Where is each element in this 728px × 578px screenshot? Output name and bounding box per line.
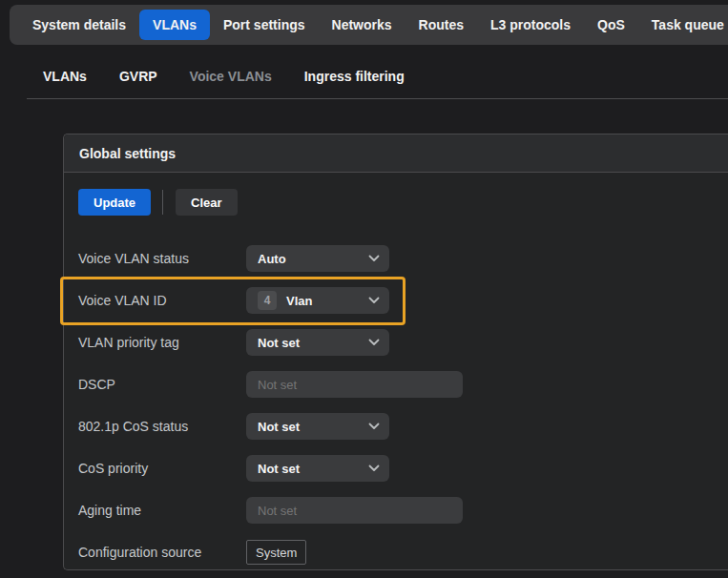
voice-vlan-status-label: Voice VLAN status [78, 251, 246, 266]
tab-networks[interactable]: Networks [319, 10, 406, 40]
cos-status-value: Not set [258, 420, 368, 434]
voice-vlan-status-value: Auto [258, 252, 368, 266]
card-title: Global settings [79, 146, 176, 161]
subtab-vlans[interactable]: VLANs [43, 69, 87, 84]
subtab-ingress-filtering[interactable]: Ingress filtering [304, 69, 405, 84]
chevron-down-icon [368, 297, 380, 304]
row-voice-vlan-status: Voice VLAN status Auto [78, 245, 714, 272]
voice-vlan-id-value: Vlan [286, 294, 368, 308]
sub-navigation: VLANs GVRP Voice VLANs Ingress filtering [43, 69, 405, 84]
voice-vlan-status-select[interactable]: Auto [246, 245, 389, 272]
row-vlan-priority-tag: VLAN priority tag Not set [78, 329, 714, 356]
tab-system-details[interactable]: System details [19, 10, 139, 40]
vlan-priority-tag-select[interactable]: Not set [246, 329, 389, 356]
voice-vlan-id-label: Voice VLAN ID [78, 293, 246, 308]
tab-vlans[interactable]: VLANs [139, 10, 210, 40]
chevron-down-icon [368, 255, 380, 262]
subnav-divider [27, 98, 728, 99]
chevron-down-icon [368, 464, 380, 472]
aging-time-input[interactable] [246, 497, 463, 524]
dscp-label: DSCP [78, 377, 246, 392]
card-body: Update Clear Voice VLAN status Auto Voic… [64, 173, 728, 577]
chevron-down-icon [368, 339, 380, 346]
cos-status-label: 802.1p CoS status [78, 419, 246, 434]
button-row: Update Clear [78, 189, 714, 216]
row-aging-time: Aging time [78, 497, 714, 524]
vlan-priority-tag-value: Not set [258, 336, 368, 350]
configuration-source-label: Configuration source [78, 545, 246, 560]
subtab-gvrp[interactable]: GVRP [119, 69, 157, 84]
chevron-down-icon [368, 423, 380, 430]
row-configuration-source: Configuration source System [78, 539, 714, 566]
update-button[interactable]: Update [78, 189, 151, 216]
voice-vlan-id-select[interactable]: 4 Vlan [246, 287, 389, 314]
tab-routes[interactable]: Routes [406, 10, 477, 40]
row-cos-priority: CoS priority Not set [78, 455, 714, 482]
top-navigation: System details VLANs Port settings Netwo… [10, 5, 728, 45]
tab-port-settings[interactable]: Port settings [210, 10, 319, 40]
cos-priority-label: CoS priority [78, 461, 246, 476]
cos-priority-value: Not set [258, 462, 368, 476]
card-header: Global settings [64, 134, 728, 173]
row-cos-status: 802.1p CoS status Not set [78, 413, 714, 440]
dscp-input[interactable] [246, 371, 463, 398]
row-dscp: DSCP [78, 371, 714, 398]
tab-l3-protocols[interactable]: L3 protocols [477, 10, 584, 40]
cos-priority-select[interactable]: Not set [246, 455, 389, 482]
clear-button[interactable]: Clear [176, 189, 238, 216]
row-voice-vlan-id: Voice VLAN ID 4 Vlan [78, 287, 714, 314]
tab-qos[interactable]: QoS [584, 10, 638, 40]
global-settings-card: Global settings Update Clear Voice VLAN … [63, 134, 728, 570]
vlan-id-badge: 4 [258, 291, 277, 310]
aging-time-label: Aging time [78, 503, 246, 518]
tab-task-queue[interactable]: Task queue [638, 10, 728, 40]
configuration-source-chip: System [246, 540, 306, 565]
cos-status-select[interactable]: Not set [246, 413, 389, 440]
subtab-voice-vlans: Voice VLANs [190, 69, 272, 84]
button-separator [162, 190, 163, 215]
vlan-priority-tag-label: VLAN priority tag [78, 335, 246, 350]
